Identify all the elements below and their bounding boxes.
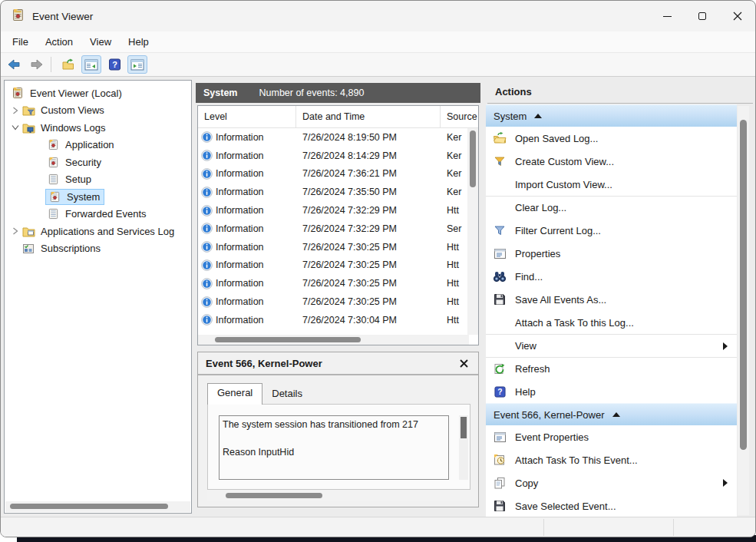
action-save-all-events-as[interactable]: Save All Events As... bbox=[486, 288, 737, 311]
action-filter-current-log[interactable]: Filter Current Log... bbox=[486, 219, 737, 242]
tree-item-applications-services-logs[interactable]: Applications and Services Log bbox=[5, 223, 191, 240]
minimize-button[interactable] bbox=[649, 1, 685, 31]
tree-horizontal-scrollbar[interactable] bbox=[5, 501, 190, 512]
event-row[interactable]: Information 7/26/2024 8:14:29 PM Ker bbox=[198, 147, 467, 165]
scrollbar-thumb[interactable] bbox=[215, 337, 361, 342]
chevron-right-icon[interactable] bbox=[9, 107, 21, 114]
tree-item-subscriptions[interactable]: Subscriptions bbox=[5, 240, 191, 258]
event-datetime: 7/26/2024 8:14:29 PM bbox=[296, 150, 441, 161]
scrollbar-thumb[interactable] bbox=[470, 131, 476, 187]
information-icon bbox=[201, 150, 213, 161]
close-detail-button[interactable] bbox=[457, 356, 470, 370]
scrollbar-thumb[interactable] bbox=[740, 120, 747, 450]
menubar: File Action View Help bbox=[1, 31, 755, 53]
event-row[interactable]: Information 7/26/2024 7:30:04 PM Htt bbox=[198, 311, 467, 329]
show-action-pane-button[interactable] bbox=[127, 55, 147, 74]
scrollbar-thumb[interactable] bbox=[226, 493, 322, 498]
actions-section-event[interactable]: Event 566, Kernel-Power bbox=[486, 403, 737, 425]
column-header-date[interactable]: Date and Time bbox=[296, 106, 441, 127]
chevron-down-icon[interactable] bbox=[9, 124, 21, 131]
events-list: Level Date and Time Source Information 7… bbox=[197, 105, 479, 345]
forward-button[interactable] bbox=[27, 55, 47, 74]
action-refresh[interactable]: Refresh bbox=[486, 357, 737, 380]
event-datetime: 7/26/2024 8:19:50 PM bbox=[296, 132, 441, 143]
event-source: Ser bbox=[441, 223, 467, 234]
blank-icon bbox=[492, 201, 507, 215]
action-import-custom-view[interactable]: Import Custom View... bbox=[486, 173, 737, 196]
menu-view[interactable]: View bbox=[81, 33, 120, 51]
action-copy[interactable]: Copy bbox=[486, 471, 737, 494]
window-title: Event Viewer bbox=[32, 11, 93, 22]
tree-item-forwarded-events[interactable]: Forwarded Events bbox=[5, 206, 191, 223]
main-content: Event Viewer (Local) Custom Views bbox=[1, 77, 756, 517]
event-row[interactable]: Information 7/26/2024 7:32:29 PM Ser bbox=[198, 220, 467, 238]
event-row[interactable]: Information 7/26/2024 7:36:21 PM Ker bbox=[198, 165, 467, 183]
message-vertical-scrollbar[interactable] bbox=[459, 415, 468, 480]
action-properties[interactable]: Properties bbox=[486, 242, 737, 265]
menu-help[interactable]: Help bbox=[120, 33, 157, 51]
console-tree: Event Viewer (Local) Custom Views bbox=[5, 81, 191, 257]
action-view[interactable]: View bbox=[486, 334, 737, 357]
scrollbar-thumb[interactable] bbox=[10, 504, 168, 509]
event-row[interactable]: Information 7/26/2024 7:32:29 PM Htt bbox=[198, 201, 467, 220]
event-level: Information bbox=[216, 259, 264, 270]
export-log-button[interactable] bbox=[58, 55, 78, 74]
column-header-level[interactable]: Level bbox=[198, 106, 296, 127]
event-message-box[interactable]: The system session has transitioned from… bbox=[219, 415, 449, 480]
tab-details[interactable]: Details bbox=[262, 386, 312, 405]
collapse-arrow-icon[interactable] bbox=[534, 114, 542, 118]
menu-file[interactable]: File bbox=[4, 33, 37, 51]
detail-horizontal-scrollbar[interactable] bbox=[207, 491, 470, 501]
event-datetime: 7/26/2024 7:35:50 PM bbox=[296, 187, 441, 197]
tree-item-custom-views[interactable]: Custom Views bbox=[5, 102, 191, 120]
action-open-saved-log[interactable]: Open Saved Log... bbox=[486, 127, 737, 150]
information-icon bbox=[201, 296, 213, 308]
action-find[interactable]: Find... bbox=[486, 265, 737, 288]
tree-item-event-viewer-local[interactable]: Event Viewer (Local) bbox=[5, 84, 191, 102]
menu-action[interactable]: Action bbox=[37, 33, 81, 51]
action-create-custom-view[interactable]: Create Custom View... bbox=[486, 150, 737, 173]
tree-item-system[interactable]: System bbox=[5, 188, 191, 206]
events-vertical-scrollbar[interactable] bbox=[467, 128, 478, 335]
maximize-button[interactable] bbox=[685, 1, 720, 31]
event-row[interactable]: Information 7/26/2024 7:35:50 PM Ker bbox=[198, 183, 467, 201]
event-row[interactable]: Information 7/26/2024 7:30:25 PM Htt bbox=[198, 292, 467, 311]
column-header-source[interactable]: Source bbox=[441, 106, 478, 127]
events-horizontal-scrollbar[interactable] bbox=[198, 335, 469, 345]
action-help[interactable]: ? Help bbox=[486, 380, 737, 403]
event-row[interactable]: Information 7/26/2024 7:30:25 PM Htt bbox=[198, 274, 467, 292]
help-icon: ? bbox=[108, 58, 121, 71]
tab-general[interactable]: General bbox=[207, 383, 262, 405]
event-row[interactable]: Information 7/26/2024 7:30:25 PM Htt bbox=[198, 256, 467, 275]
scrollbar-thumb[interactable] bbox=[461, 417, 467, 438]
chevron-right-icon[interactable] bbox=[9, 227, 21, 235]
close-button[interactable] bbox=[720, 1, 755, 31]
log-name: System bbox=[203, 88, 237, 98]
apps-services-folder-icon bbox=[21, 226, 35, 237]
event-count: Number of events: 4,890 bbox=[259, 88, 364, 98]
log-icon bbox=[46, 174, 60, 185]
action-save-selected-event[interactable]: Save Selected Event... bbox=[486, 494, 737, 517]
event-row[interactable]: Information 7/26/2024 7:30:25 PM Htt bbox=[198, 238, 467, 256]
actions-section-system[interactable]: System bbox=[486, 104, 737, 127]
maximize-icon bbox=[698, 12, 706, 20]
back-button[interactable] bbox=[4, 55, 24, 74]
event-datetime: 7/26/2024 7:36:21 PM bbox=[296, 168, 441, 179]
show-console-tree-button[interactable] bbox=[81, 55, 101, 74]
tree-item-label: Applications and Services Log bbox=[38, 225, 177, 238]
tree-item-label: Application bbox=[63, 138, 117, 151]
console-tree-panel: Event Viewer (Local) Custom Views bbox=[4, 80, 192, 514]
actions-vertical-scrollbar[interactable] bbox=[738, 106, 749, 515]
collapse-arrow-icon[interactable] bbox=[612, 412, 620, 417]
event-datetime: 7/26/2024 7:30:25 PM bbox=[296, 296, 441, 307]
tree-item-security[interactable]: Security bbox=[5, 154, 191, 171]
action-attach-task-to-event[interactable]: Attach Task To This Event... bbox=[486, 448, 737, 471]
tree-item-application[interactable]: Application bbox=[5, 137, 191, 154]
help-toolbar-button[interactable]: ? bbox=[104, 55, 124, 74]
tree-item-setup[interactable]: Setup bbox=[5, 171, 191, 189]
tree-item-windows-logs[interactable]: Windows Logs bbox=[5, 119, 191, 137]
action-clear-log[interactable]: Clear Log... bbox=[486, 196, 737, 219]
action-event-properties[interactable]: Event Properties bbox=[486, 425, 737, 448]
event-row[interactable]: Information 7/26/2024 8:19:50 PM Ker bbox=[198, 128, 467, 147]
action-attach-task-to-log[interactable]: Attach a Task To this Log... bbox=[486, 311, 737, 334]
